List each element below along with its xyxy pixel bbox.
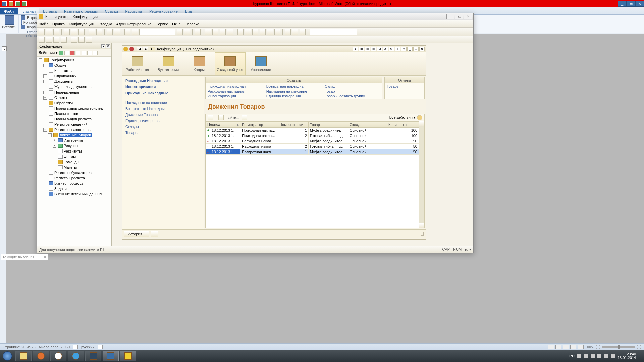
tray-battery-icon[interactable] <box>597 354 601 358</box>
menu-config[interactable]: Конфигурация <box>69 22 94 26</box>
tb-icon[interactable] <box>300 29 306 35</box>
tb-icon[interactable] <box>205 29 211 35</box>
nav-tov[interactable]: Товары <box>125 130 200 135</box>
tree-dvizh-selected[interactable]: ДвижениеТоваров <box>59 133 92 137</box>
col-good[interactable]: Товар <box>308 122 348 128</box>
task-firefox[interactable] <box>33 351 49 361</box>
tab-file[interactable]: Файл <box>0 8 18 14</box>
ent-forward-button[interactable]: ▶ <box>143 47 148 51</box>
create-link[interactable]: Накладная на списание <box>266 89 322 93</box>
tb-combo-2[interactable] <box>310 29 357 35</box>
tb-find-combo[interactable] <box>139 29 175 35</box>
reports-link[interactable]: Товары <box>387 84 422 88</box>
table-row[interactable]: - 18.12.2013 15:0...Расходная накладн...… <box>206 138 419 144</box>
save-icon[interactable] <box>9 1 13 6</box>
status-zoom[interactable]: 100% <box>585 345 594 349</box>
reg-all-actions[interactable]: Все действия ▾ <box>389 115 416 120</box>
tb2-icon[interactable] <box>61 37 67 43</box>
tb-icon[interactable] <box>89 29 95 35</box>
ent-minimize-button[interactable]: _ <box>407 47 413 51</box>
reg-filter-icon[interactable] <box>241 115 247 120</box>
task-skype[interactable] <box>68 351 84 361</box>
tree-bp[interactable]: Бизнес-процессы <box>54 181 84 185</box>
ent-close-button[interactable]: ✕ <box>419 47 425 51</box>
window-minimize-button[interactable]: _ <box>618 1 627 7</box>
tree-calcreg[interactable]: Регистры расчета <box>54 176 85 180</box>
window-close-button[interactable]: ✕ <box>635 1 644 7</box>
tb-save-icon[interactable] <box>53 29 59 35</box>
tray-show-hidden-icon[interactable] <box>577 354 581 358</box>
tb-icon[interactable] <box>195 29 201 35</box>
ent-tool-icon[interactable]: ★ <box>353 47 358 51</box>
col-qty[interactable]: Количество <box>387 122 419 128</box>
menu-file[interactable]: Файл <box>39 22 48 26</box>
menu-help[interactable]: Справка <box>185 22 199 26</box>
cfg-delete-icon[interactable] <box>70 51 75 55</box>
tb2-icon[interactable] <box>53 37 59 43</box>
table-row[interactable]: - 18.12.2013 15:0...Расходная накладн...… <box>206 144 419 149</box>
cfg-panel-pin-icon[interactable]: ▾ <box>101 44 105 48</box>
status-page[interactable]: Страница: 26 из 26 <box>3 345 36 349</box>
ent-back-button[interactable]: ◀ <box>137 47 142 51</box>
tray-network-icon[interactable] <box>604 354 608 358</box>
tree-common[interactable]: Общие <box>54 63 66 67</box>
ent-footer-tool-icon[interactable] <box>151 231 158 237</box>
create-link[interactable]: Единица измерения <box>266 94 322 98</box>
tree-constants[interactable]: Константы <box>54 69 72 73</box>
tb-icon[interactable] <box>285 29 291 35</box>
section-management[interactable]: Управление <box>246 52 276 75</box>
cfg-down-icon[interactable] <box>82 51 86 55</box>
menu-admin[interactable]: Администрирование <box>116 22 152 26</box>
tb-icon[interactable] <box>177 29 183 35</box>
tray-clock[interactable]: 23:40 13.01.2014 <box>618 352 636 360</box>
paste-icon[interactable] <box>5 15 14 25</box>
task-yandex[interactable] <box>50 351 66 361</box>
ent-dropdown-button[interactable]: ▾ <box>401 47 407 51</box>
tree-catalogs[interactable]: Справочники <box>54 74 77 78</box>
tray-app-icon[interactable] <box>584 354 588 358</box>
col-registrar[interactable]: Регистратор <box>240 122 278 128</box>
tb-paste-icon[interactable] <box>78 29 85 35</box>
section-accounting[interactable]: Бухгалтерия <box>153 52 184 75</box>
ent-tool-icon[interactable]: ▤ <box>365 47 370 51</box>
tree-processing[interactable]: Обработки <box>54 101 73 105</box>
tree-root[interactable]: Конфигурация <box>50 58 74 62</box>
menu-service[interactable]: Сервис <box>155 22 168 26</box>
tree-extdata[interactable]: Внешние источники данных <box>54 192 102 196</box>
tb-open-icon[interactable] <box>46 29 52 35</box>
start-button[interactable] <box>0 350 15 362</box>
tree-inforeg[interactable]: Регистры сведений <box>54 122 88 126</box>
tb-icon[interactable] <box>237 29 244 35</box>
nav-rash[interactable]: Расходные Накладные <box>125 78 200 83</box>
cfg-minimize-button[interactable]: _ <box>446 14 454 19</box>
reg-find-label[interactable]: Найти... <box>226 116 239 120</box>
tree-dims[interactable]: Измерения <box>64 138 83 142</box>
create-link[interactable]: Товар <box>325 89 380 93</box>
tb-icon[interactable] <box>260 29 266 35</box>
create-link[interactable]: Товары: создать группу <box>325 94 380 98</box>
nav-nakl[interactable]: Накладные на списание <box>125 100 200 105</box>
ent-mminus-button[interactable]: M- <box>389 47 394 51</box>
ent-maximize-button[interactable]: ▭ <box>413 47 419 51</box>
ent-mplus-button[interactable]: M+ <box>383 47 388 51</box>
tree-accplans[interactable]: Планы счетов <box>54 112 78 116</box>
tb-icon[interactable] <box>184 29 190 35</box>
copy-icon[interactable] <box>21 20 22 25</box>
view-print-icon[interactable] <box>548 345 554 349</box>
cfg-panel-close-icon[interactable]: ✕ <box>106 44 110 48</box>
tree-documents[interactable]: Документы <box>54 79 73 83</box>
create-link[interactable]: Приходная накладная <box>208 84 263 88</box>
nav-vozv[interactable]: Возвратные Накладные <box>125 106 200 111</box>
zoom-out-button[interactable]: − <box>596 345 600 349</box>
ent-close-round-icon[interactable] <box>129 47 134 51</box>
cut-icon[interactable] <box>21 15 25 20</box>
reg-find-icon[interactable] <box>218 115 224 120</box>
history-button[interactable]: История... <box>124 231 149 237</box>
cfg-filter-icon[interactable] <box>93 51 98 55</box>
tree-calcplans[interactable]: Планы видов расчета <box>54 117 92 121</box>
scroll-up-icon[interactable] <box>419 121 424 126</box>
tb-icon[interactable] <box>220 29 226 35</box>
tree-tasks[interactable]: Задачи <box>54 187 67 191</box>
tree-enums[interactable]: Перечисления <box>54 90 79 94</box>
tree-accreg[interactable]: Регистры накопления <box>54 128 92 132</box>
